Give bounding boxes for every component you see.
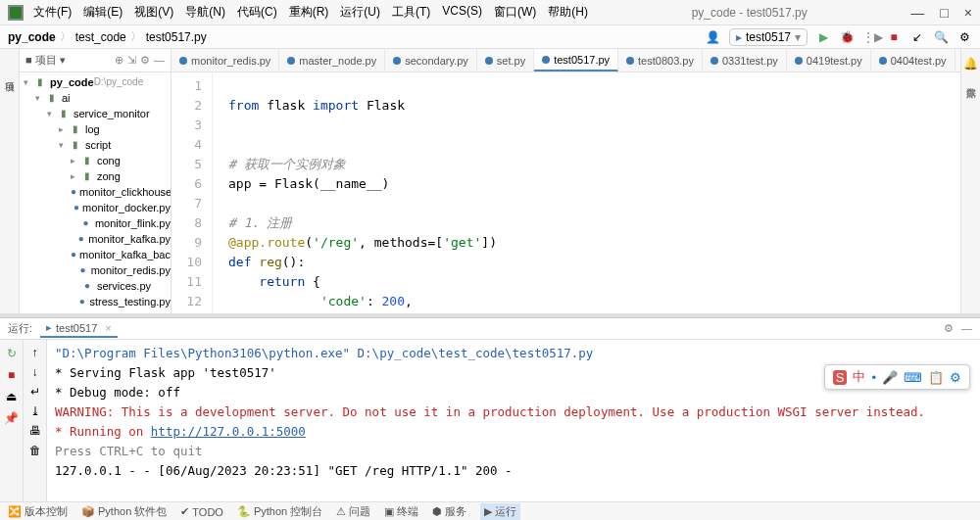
menu-navigate[interactable]: 导航(N) — [185, 4, 225, 21]
editor-tab[interactable]: 0419test.py — [787, 49, 871, 71]
menu-help[interactable]: 帮助(H) — [548, 4, 588, 21]
settings-icon[interactable]: ⚙ — [956, 30, 972, 44]
ime-settings-icon[interactable]: ⚙ — [950, 370, 961, 385]
tool-run[interactable]: ▶ 运行 — [480, 503, 520, 520]
tree-folder[interactable]: ▸▮zong — [20, 168, 171, 184]
tool-python-console[interactable]: 🐍 Python 控制台 — [237, 504, 322, 519]
menu-vcs[interactable]: VCS(S) — [442, 4, 482, 21]
sidebar-title: ■ 项目 ▾ — [25, 53, 66, 68]
tree-file[interactable]: ●clean_log.py — [20, 309, 171, 313]
sidebar-expand-icon[interactable]: ⇲ — [127, 54, 136, 67]
tool-services[interactable]: ⬢ 服务 — [432, 504, 466, 519]
editor-tab[interactable]: secondary.py — [385, 49, 477, 71]
tree-folder[interactable]: ▸▮cong — [20, 153, 171, 168]
tree-file[interactable]: ●monitor_clickhouse.py — [20, 184, 171, 200]
tree-folder[interactable]: ▸▮log — [20, 121, 171, 137]
tool-terminal[interactable]: ▣ 终端 — [384, 504, 418, 519]
tree-file[interactable]: ●services.py — [20, 278, 171, 294]
ime-keyboard-icon[interactable]: ⌨ — [904, 370, 922, 385]
run-hide-icon[interactable]: — — [961, 322, 972, 335]
search-everywhere-icon[interactable]: 🔍 — [933, 30, 949, 44]
tree-file[interactable]: ●monitor_flink.py — [20, 215, 171, 231]
maximize-button[interactable]: □ — [940, 5, 948, 21]
tree-file[interactable]: ●monitor_kafka_backup.py — [20, 247, 171, 262]
debug-button-icon[interactable]: 🐞 — [839, 30, 855, 44]
menu-refactor[interactable]: 重构(R) — [289, 4, 329, 21]
tree-root[interactable]: ▾▮py_code D:\py_code — [20, 74, 171, 90]
down-icon[interactable]: ↓ — [32, 365, 38, 379]
menu-file[interactable]: 文件(F) — [33, 4, 72, 21]
stop-button-icon[interactable]: ■ — [886, 30, 902, 44]
sidebar-select-icon[interactable]: ⊕ — [115, 54, 123, 67]
tree-file[interactable]: ●monitor_docker.py — [20, 200, 171, 215]
editor-tab[interactable]: set.py — [477, 49, 534, 71]
sidebar-settings-icon[interactable]: ⚙ — [140, 54, 150, 67]
scroll-end-icon[interactable]: ⤓ — [30, 404, 40, 418]
run-button-icon[interactable]: ▶ — [815, 30, 831, 44]
sidebar-hide-icon[interactable]: — — [154, 54, 165, 67]
clear-icon[interactable]: 🗑 — [29, 444, 41, 457]
menu-edit[interactable]: 编辑(E) — [83, 4, 122, 21]
editor-tab[interactable]: monitor_redis.py — [172, 49, 279, 71]
git-update-icon[interactable]: ↙ — [909, 30, 925, 44]
tool-problems[interactable]: ⚠ 问题 — [336, 504, 370, 519]
breadcrumb-folder[interactable]: test_code — [75, 30, 126, 44]
run-settings-icon[interactable]: ⚙ — [944, 322, 954, 335]
ime-punct-icon[interactable]: • — [871, 370, 876, 385]
main-menu: 文件(F) 编辑(E) 视图(V) 导航(N) 代码(C) 重构(R) 运行(U… — [33, 4, 588, 21]
stop-icon[interactable]: ■ — [4, 367, 20, 383]
breadcrumb-root[interactable]: py_code — [8, 30, 56, 44]
editor-tab[interactable]: master_node.py — [279, 49, 385, 71]
tree-file[interactable]: ●monitor_redis.py — [20, 262, 171, 278]
ime-mic-icon[interactable]: 🎤 — [882, 370, 898, 385]
softwrap-icon[interactable]: ↵ — [30, 385, 40, 399]
menu-code[interactable]: 代码(C) — [237, 4, 277, 21]
print-icon[interactable]: 🖶 — [29, 424, 41, 438]
ime-clipboard-icon[interactable]: 📋 — [928, 370, 944, 385]
editor-tab[interactable]: 0404test.py — [871, 49, 956, 71]
minimize-button[interactable]: — — [910, 5, 924, 21]
menu-run[interactable]: 运行(U) — [340, 4, 380, 21]
tool-vcs[interactable]: 🔀 版本控制 — [8, 504, 68, 519]
rerun-icon[interactable]: ↻ — [4, 346, 20, 361]
tree-folder[interactable]: ▾▮script — [20, 137, 171, 153]
tree-file[interactable]: ●stress_testing.py — [20, 294, 171, 309]
tree-file[interactable]: ●monitor_kafka.py — [20, 231, 171, 247]
menu-tools[interactable]: 工具(T) — [392, 4, 430, 21]
login-icon[interactable]: 👤 — [706, 30, 721, 44]
ime-lang-icon[interactable]: 中 — [853, 368, 865, 386]
tree-folder[interactable]: ▾▮ai — [20, 90, 171, 106]
run-tab[interactable]: ▸test0517× — [40, 319, 118, 338]
breadcrumb-file[interactable]: test0517.py — [146, 30, 207, 44]
notifications-icon[interactable]: 🔔 — [963, 57, 978, 71]
ime-logo-icon: S — [833, 370, 848, 385]
run-panel-label: 运行: — [8, 321, 32, 336]
tool-todo[interactable]: ✔ TODO — [180, 505, 223, 518]
editor-tab[interactable]: test0517.py — [534, 49, 618, 71]
editor-tab[interactable]: 0331test.py — [703, 49, 787, 71]
console-url-link[interactable]: http://127.0.0.1:5000 — [151, 424, 306, 439]
tree-folder[interactable]: ▾▮service_monitor — [20, 106, 171, 121]
window-title: py_code - test0517.py — [588, 6, 910, 20]
run-config-label: test0517 — [746, 30, 791, 44]
ime-palette[interactable]: S 中 • 🎤 ⌨ 📋 ⚙ — [824, 364, 970, 390]
code-editor[interactable]: ✓from flask import Flask # 获取一个实例对象 app … — [213, 72, 980, 313]
editor-tab[interactable]: test0803.py — [618, 49, 703, 71]
more-run-icon[interactable]: ⋮▶ — [862, 30, 878, 44]
run-config-selector[interactable]: ▸ test0517 ▾ — [729, 28, 808, 46]
close-button[interactable]: × — [964, 5, 972, 21]
menu-view[interactable]: 视图(V) — [134, 4, 173, 21]
menu-window[interactable]: 窗口(W) — [494, 4, 536, 21]
app-logo — [8, 5, 24, 21]
breadcrumb: py_code 〉 test_code 〉 test0517.py — [8, 28, 207, 45]
project-sidebar: ■ 项目 ▾ ⊕ ⇲ ⚙ — ▾▮py_code D:\py_code▾▮ai▾… — [20, 49, 172, 313]
tool-python-packages[interactable]: 📦 Python 软件包 — [81, 504, 167, 519]
pin-icon[interactable]: 📌 — [4, 410, 20, 426]
up-icon[interactable]: ↑ — [32, 346, 38, 359]
exit-icon[interactable]: ⏏ — [4, 389, 20, 404]
